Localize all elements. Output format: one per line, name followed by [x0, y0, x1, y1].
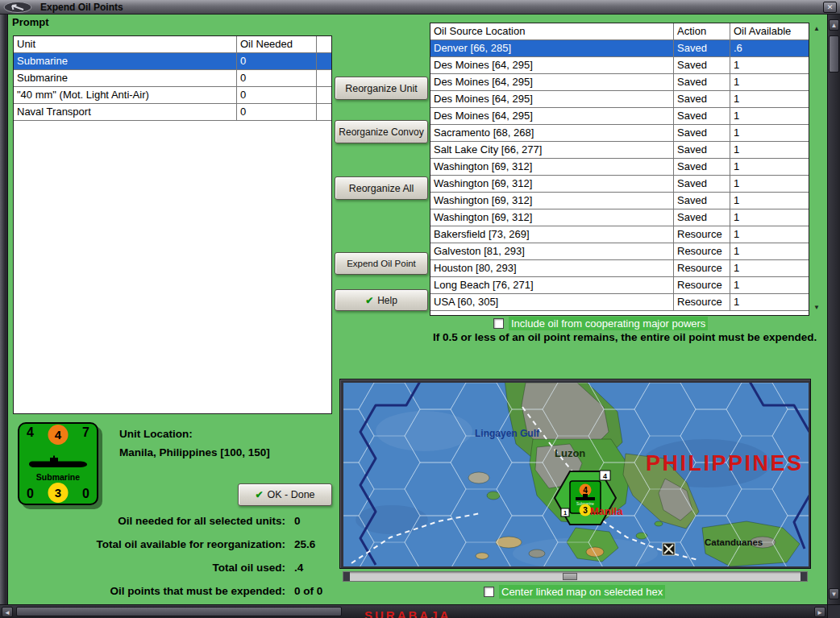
include-oil-checkbox[interactable]	[493, 318, 504, 329]
oil-source-row[interactable]: Houston [80, 293] Resource 1	[430, 260, 809, 277]
counter-top-right-value: 7	[82, 425, 89, 440]
location-cell: Washington [69, 312]	[430, 176, 674, 192]
unit-location-value: Manila, Philippines [100, 150]	[119, 443, 270, 462]
unit-row[interactable]: Submarine 0	[14, 53, 331, 70]
help-button[interactable]: ✔ Help	[335, 289, 428, 311]
oil-source-row[interactable]: USA [60, 305] Resource 1	[430, 294, 809, 311]
center-map-row: Center linked map on selected hex	[484, 585, 665, 599]
action-cell: Saved	[674, 209, 730, 226]
background-map-label-fragment: SURABAJA	[364, 608, 451, 618]
action-cell: Saved	[674, 159, 730, 175]
window-icon	[3, 2, 32, 13]
reorganize-all-button[interactable]: Reorganize All	[335, 176, 428, 200]
oil-table-scroll-up-icon[interactable]: ▲	[812, 25, 821, 32]
action-cell: Saved	[674, 142, 730, 158]
ok-check-icon: ✔	[255, 489, 263, 500]
oil-source-row[interactable]: Washington [69, 312] Saved 1	[430, 209, 809, 226]
stack-size-badge: 4	[603, 472, 607, 480]
location-cell: Houston [80, 293]	[430, 260, 674, 276]
expend-oil-points-window: Expend Oil Points ✕ Prompt Unit Oil Need…	[0, 0, 840, 618]
titlebar[interactable]: Expend Oil Points ✕	[0, 0, 840, 15]
location-cell: Des Moines [64, 295]	[430, 57, 674, 73]
oil-source-row[interactable]: Des Moines [64, 295] Saved 1	[430, 108, 809, 125]
map-horizontal-scrollbar[interactable]	[343, 571, 808, 582]
stat-row: Total oil available for reorganization: …	[0, 533, 332, 556]
oil-source-row[interactable]: Long Beach [76, 271] Resource 1	[430, 277, 809, 294]
stat-row: Oil points that must be expended: 0 of 0	[0, 579, 332, 603]
oil-source-row[interactable]: Washington [69, 312] Saved 1	[430, 176, 809, 193]
action-cell: Resource	[674, 277, 730, 293]
available-cell: 1	[730, 159, 809, 175]
close-icon[interactable]: ✕	[823, 2, 837, 13]
available-cell: 1	[730, 125, 809, 141]
action-cell: Saved	[674, 91, 730, 107]
include-oil-label: Include oil from cooperating major power…	[509, 317, 708, 330]
unit-name-cell: Submarine	[14, 70, 237, 86]
available-cell: 1	[730, 277, 809, 293]
oil-table-scroll-down-icon[interactable]: ▼	[812, 304, 821, 311]
unit-name-cell: Naval Transport	[14, 104, 237, 120]
available-cell: 1	[730, 91, 809, 107]
action-cell: Resource	[674, 260, 730, 276]
linked-map[interactable]: 4 Submarine 3 4 1 Lingayen Gulf Luzon PH…	[343, 383, 809, 566]
unit-table-header: Unit Oil Needed	[14, 36, 331, 53]
center-map-checkbox[interactable]	[484, 587, 494, 597]
action-header[interactable]: Action	[674, 23, 730, 39]
oil-source-row[interactable]: Galveston [81, 293] Resource 1	[430, 243, 809, 260]
unit-row[interactable]: Submarine 0	[14, 70, 331, 87]
oil-source-row[interactable]: Des Moines [64, 295] Saved 1	[430, 57, 809, 74]
map-scrollbar-thumb[interactable]	[563, 573, 577, 580]
scroll-right-icon[interactable]: ►	[814, 607, 825, 617]
oil-available-header[interactable]: Oil Available	[730, 23, 809, 39]
stat-value: 0	[285, 515, 332, 527]
unit-row[interactable]: "40 mm" (Mot. Light Anti-Air) 0	[14, 87, 331, 104]
map-counter-bottom-value: 3	[583, 506, 588, 515]
scroll-down-icon[interactable]: ▼	[829, 588, 839, 599]
oil-source-row[interactable]: Sacramento [68, 268] Saved 1	[430, 125, 809, 142]
oil-needed-column-header[interactable]: Oil Needed	[237, 36, 317, 52]
scroll-left-icon[interactable]: ◄	[2, 607, 13, 617]
location-cell: Des Moines [64, 295]	[430, 108, 674, 124]
oil-needed-cell: 0	[237, 53, 317, 69]
map-label-manila: Manila	[590, 505, 623, 517]
oil-source-row[interactable]: Salt Lake City [66, 277] Saved 1	[430, 142, 809, 159]
expend-oil-point-button[interactable]: Expend Oil Point	[335, 252, 428, 275]
counter-unit-name: Submarine	[19, 472, 97, 482]
stat-value: .4	[285, 562, 332, 574]
include-oil-row: Include oil from cooperating major power…	[493, 317, 708, 330]
oil-source-row[interactable]: Des Moines [64, 295] Saved 1	[430, 91, 809, 108]
map-counter-top-value: 4	[583, 486, 588, 495]
action-cell: Saved	[674, 193, 730, 209]
unit-row[interactable]: Naval Transport 0	[14, 104, 331, 121]
scroll-up-icon[interactable]: ▲	[829, 19, 839, 31]
vertical-scrollbar-thumb[interactable]	[829, 35, 839, 73]
oil-source-row[interactable]: Denver [66, 285] Saved .6	[430, 40, 809, 57]
oil-needed-cell: 0	[237, 104, 317, 120]
help-check-icon: ✔	[365, 295, 373, 306]
oil-source-row[interactable]: Washington [69, 312] Saved 1	[430, 193, 809, 209]
oil-source-row[interactable]: Bakersfield [73, 269] Resource 1	[430, 226, 809, 243]
reorganize-unit-button[interactable]: Reorganize Unit	[335, 77, 428, 100]
oil-source-location-header[interactable]: Oil Source Location	[430, 23, 674, 39]
location-cell: Bakersfield [73, 269]	[430, 226, 674, 243]
stack-chip: 1	[563, 509, 567, 516]
window-horizontal-scrollbar[interactable]: ◄ SURABAJA ►	[0, 604, 827, 618]
window-title: Expend Oil Points	[40, 2, 123, 13]
stat-row: Total oil used: .4	[0, 556, 332, 579]
selected-unit-counter: 4 4 7 Submarine 0 3 0	[18, 422, 98, 505]
counter-top-left-value: 4	[27, 425, 34, 440]
available-cell: 1	[730, 243, 809, 259]
horizontal-scrollbar-thumb[interactable]	[16, 607, 342, 616]
oil-source-row[interactable]: Washington [69, 312] Saved 1	[430, 159, 809, 176]
map-label-luzon: Luzon	[555, 447, 585, 459]
stat-row: Oil needed for all selected units: 0	[0, 509, 332, 533]
action-cell: Saved	[674, 57, 730, 73]
available-cell: 1	[730, 142, 809, 158]
ok-done-button[interactable]: ✔ OK - Done	[238, 483, 332, 506]
location-cell: Sacramento [68, 268]	[430, 125, 674, 141]
oil-source-row[interactable]: Des Moines [64, 295] Saved 1	[430, 74, 809, 91]
help-button-label: Help	[377, 295, 397, 306]
reorganize-convoy-button[interactable]: Reorganize Convoy	[335, 120, 428, 143]
unit-column-header[interactable]: Unit	[14, 36, 237, 52]
window-vertical-scrollbar[interactable]: ▲ ▼	[827, 15, 840, 604]
